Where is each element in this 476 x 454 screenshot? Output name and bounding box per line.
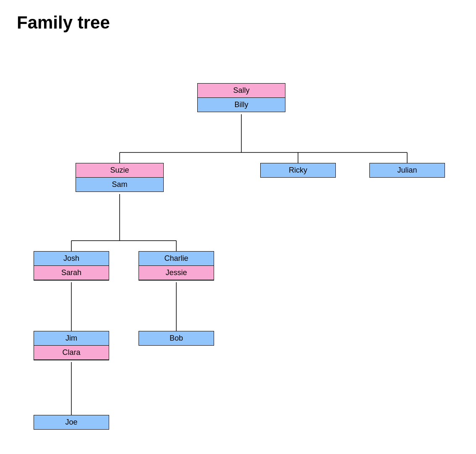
page-title: Family tree <box>17 13 459 33</box>
cell-julian: Julian <box>370 163 445 177</box>
cell-josh: Josh <box>34 252 109 265</box>
cell-jessie: Jessie <box>139 265 214 280</box>
node-bob: Bob <box>139 331 214 346</box>
cell-sally: Sally <box>198 84 285 98</box>
cell-ricky: Ricky <box>261 163 335 177</box>
node-suzie-sam: Suzie Sam <box>76 163 164 192</box>
node-sally-billy: Sally Billy <box>197 83 285 112</box>
cell-clara: Clara <box>34 345 109 360</box>
cell-sarah: Sarah <box>34 265 109 280</box>
cell-billy: Billy <box>198 98 285 112</box>
node-joe: Joe <box>34 415 109 430</box>
node-jim-clara: Jim Clara <box>34 331 109 360</box>
cell-sam: Sam <box>76 178 163 192</box>
node-ricky: Ricky <box>260 163 336 178</box>
node-julian: Julian <box>369 163 445 178</box>
node-josh-sarah: Josh Sarah <box>34 251 109 281</box>
cell-suzie: Suzie <box>76 163 163 178</box>
family-tree: Sally Billy Suzie Sam Ricky Julian Josh … <box>17 45 462 444</box>
cell-bob: Bob <box>139 331 214 345</box>
cell-jim: Jim <box>34 331 109 345</box>
cell-joe: Joe <box>34 415 109 429</box>
cell-charlie: Charlie <box>139 252 214 265</box>
node-charlie-jessie: Charlie Jessie <box>139 251 214 281</box>
